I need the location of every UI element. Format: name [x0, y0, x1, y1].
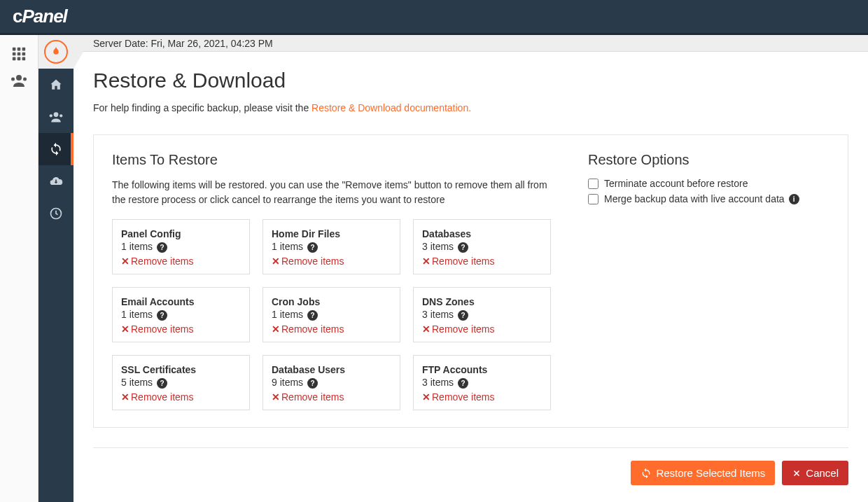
- options-heading: Restore Options: [588, 152, 830, 168]
- card-count: 3 items ?: [422, 241, 542, 253]
- restore-card: FTP Accounts 3 items ? ✕Remove items: [413, 355, 551, 410]
- card-count: 1 items ?: [272, 309, 391, 321]
- card-help-icon[interactable]: ?: [458, 310, 468, 321]
- cpanel-logo: cPanel: [13, 6, 67, 27]
- close-icon: ✕: [422, 391, 430, 403]
- card-title: DNS Zones: [422, 296, 542, 307]
- svg-point-11: [23, 78, 27, 81]
- card-count: 1 items ?: [272, 241, 391, 253]
- terminate-checkbox[interactable]: [588, 179, 598, 189]
- terminate-option[interactable]: Terminate account before restore: [588, 178, 830, 189]
- cancel-button[interactable]: Cancel: [782, 461, 848, 485]
- cloud-download-icon[interactable]: [38, 165, 74, 197]
- items-description: The following items will be restored. yo…: [112, 178, 560, 207]
- card-help-icon[interactable]: ?: [458, 242, 468, 253]
- svg-point-13: [50, 114, 52, 117]
- card-count: 9 items ?: [272, 377, 391, 389]
- sidebar-brand-icon[interactable]: [38, 35, 74, 69]
- restore-card: Panel Config 1 items ? ✕Remove items: [112, 219, 250, 274]
- merge-checkbox[interactable]: [588, 194, 598, 204]
- apps-icon[interactable]: [0, 41, 38, 67]
- sidebar: [38, 35, 74, 502]
- svg-point-12: [54, 112, 59, 117]
- card-title: Home Dir Files: [272, 228, 391, 239]
- home-icon[interactable]: [38, 69, 74, 101]
- svg-point-9: [16, 75, 22, 81]
- card-help-icon[interactable]: ?: [157, 378, 167, 389]
- restore-card: DNS Zones 3 items ? ✕Remove items: [413, 287, 551, 342]
- card-help-icon[interactable]: ?: [307, 378, 318, 389]
- card-title: SSL Certificates: [121, 364, 241, 375]
- svg-rect-8: [22, 57, 26, 61]
- svg-point-10: [11, 78, 15, 81]
- sync-icon[interactable]: [38, 133, 74, 165]
- restore-card: Databases 3 items ? ✕Remove items: [413, 219, 551, 274]
- svg-rect-1: [18, 48, 21, 51]
- remove-items-link[interactable]: ✕Remove items: [422, 391, 542, 403]
- remove-items-link[interactable]: ✕Remove items: [272, 391, 391, 403]
- card-title: Databases: [422, 228, 542, 239]
- close-icon: ✕: [422, 323, 430, 335]
- remove-items-link[interactable]: ✕Remove items: [121, 391, 241, 403]
- svg-rect-0: [13, 48, 16, 51]
- card-title: Email Accounts: [121, 296, 241, 307]
- remove-items-link[interactable]: ✕Remove items: [422, 256, 542, 267]
- restore-card: Cron Jobs 1 items ? ✕Remove items: [262, 287, 400, 342]
- card-help-icon[interactable]: ?: [157, 310, 167, 321]
- svg-rect-4: [18, 53, 21, 56]
- card-count: 5 items ?: [121, 377, 241, 389]
- restore-button[interactable]: Restore Selected Items: [631, 461, 775, 485]
- page-title: Restore & Download: [93, 69, 848, 92]
- restore-card: Database Users 9 items ? ✕Remove items: [262, 355, 400, 410]
- merge-help-icon[interactable]: i: [789, 194, 799, 204]
- clock-icon[interactable]: [38, 197, 74, 230]
- users-icon[interactable]: [38, 101, 74, 133]
- card-help-icon[interactable]: ?: [307, 310, 318, 321]
- remove-items-link[interactable]: ✕Remove items: [422, 323, 542, 335]
- card-title: Database Users: [272, 364, 391, 375]
- help-link[interactable]: Restore & Download documentation.: [312, 102, 471, 113]
- close-icon: ✕: [121, 256, 130, 267]
- help-text: For help finding a specific backup, plea…: [93, 102, 848, 113]
- restore-card: Email Accounts 1 items ? ✕Remove items: [112, 287, 250, 342]
- svg-rect-2: [22, 48, 26, 51]
- card-title: Panel Config: [121, 228, 241, 239]
- remove-items-link[interactable]: ✕Remove items: [121, 256, 241, 267]
- card-help-icon[interactable]: ?: [458, 378, 468, 389]
- svg-rect-6: [13, 57, 16, 61]
- card-count: 1 items ?: [121, 241, 241, 253]
- card-count: 3 items ?: [422, 377, 542, 389]
- svg-rect-7: [18, 57, 21, 61]
- svg-point-14: [59, 114, 62, 117]
- svg-rect-3: [13, 53, 16, 56]
- restore-card: Home Dir Files 1 items ? ✕Remove items: [262, 219, 400, 274]
- merge-option[interactable]: Merge backup data with live account data…: [588, 193, 830, 204]
- terminate-label: Terminate account before restore: [604, 178, 748, 189]
- card-count: 3 items ?: [422, 309, 542, 321]
- merge-label: Merge backup data with live account data: [604, 193, 785, 204]
- left-rail: [0, 35, 38, 502]
- remove-items-link[interactable]: ✕Remove items: [272, 256, 391, 267]
- svg-rect-5: [22, 53, 26, 56]
- server-date: Server Date: Fri, Mar 26, 2021, 04:23 PM: [74, 35, 868, 52]
- card-title: FTP Accounts: [422, 364, 542, 375]
- close-icon: ✕: [121, 391, 130, 403]
- close-icon: ✕: [422, 256, 430, 267]
- card-count: 1 items ?: [121, 309, 241, 321]
- remove-items-link[interactable]: ✕Remove items: [272, 323, 391, 335]
- close-icon: ✕: [121, 323, 130, 335]
- remove-items-link[interactable]: ✕Remove items: [121, 323, 241, 335]
- items-heading: Items To Restore: [112, 152, 560, 168]
- card-title: Cron Jobs: [272, 296, 391, 307]
- top-bar: cPanel: [0, 0, 868, 35]
- card-help-icon[interactable]: ?: [307, 242, 318, 253]
- close-icon: ✕: [272, 391, 280, 403]
- close-icon: ✕: [272, 323, 280, 335]
- card-help-icon[interactable]: ?: [157, 242, 167, 253]
- restore-card: SSL Certificates 5 items ? ✕Remove items: [112, 355, 250, 410]
- users-rail-icon[interactable]: [0, 67, 38, 94]
- close-icon: ✕: [272, 256, 280, 267]
